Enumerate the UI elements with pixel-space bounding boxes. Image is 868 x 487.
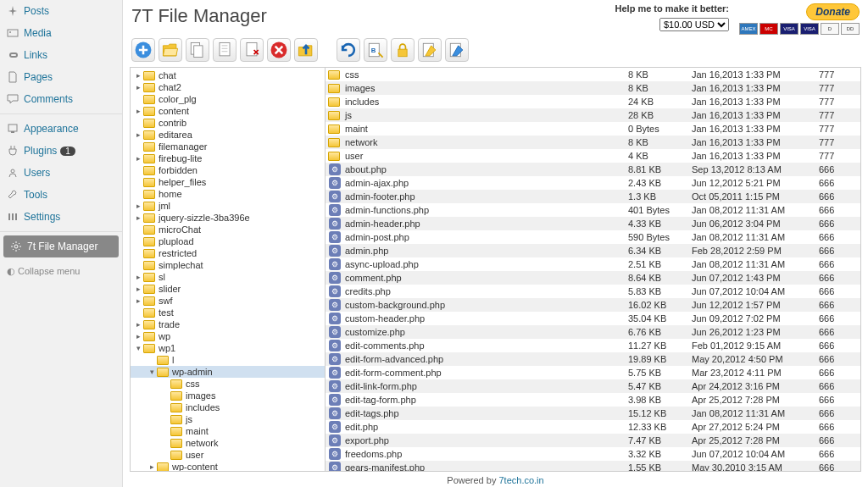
file-row[interactable]: admin-footer.php1.3 KBOct 05,2011 1:15 P… (326, 190, 860, 203)
sidebar-item-7t-file-manager[interactable]: 7t File Manager (3, 235, 119, 257)
sidebar-item-appearance[interactable]: Appearance (0, 118, 122, 140)
tree-item[interactable]: ▸wp-content (131, 461, 325, 471)
file-row[interactable]: admin-ajax.php2.43 KBJun 12,2012 5:21 PM… (326, 176, 860, 190)
toolbar-edit2-button[interactable] (445, 38, 469, 62)
file-row[interactable]: edit-tag-form.php3.98 KBApr 25,2012 7:28… (326, 393, 860, 407)
sidebar-item-plugins[interactable]: Plugins1 (0, 140, 122, 162)
tree-item[interactable]: js (131, 413, 325, 425)
tree-item[interactable]: forbidden (131, 164, 325, 176)
tree-item[interactable]: color_plg (131, 93, 325, 105)
file-row[interactable]: maint0 BytesJan 16,2013 1:33 PM777 (326, 122, 860, 136)
tree-item[interactable]: ▸content (131, 105, 325, 117)
file-row[interactable]: admin-functions.php401 BytesJan 08,2012 … (326, 203, 860, 217)
file-row[interactable]: comment.php8.64 KBJun 07,2012 1:43 PM666 (326, 271, 860, 285)
file-row[interactable]: export.php7.47 KBApr 25,2012 7:28 PM666 (326, 434, 860, 447)
file-list[interactable]: css8 KBJan 16,2013 1:33 PM777images8 KBJ… (326, 68, 860, 471)
tree-item[interactable]: includes (131, 401, 325, 413)
tree-item[interactable]: maint (131, 425, 325, 437)
file-row[interactable]: js28 KBJan 16,2013 1:33 PM777 (326, 108, 860, 122)
tree-item[interactable]: filemanager (131, 141, 325, 152)
tree-item[interactable]: network (131, 437, 325, 449)
donate-amount-select[interactable]: $10.00 USD (659, 18, 729, 31)
sidebar-item-pages[interactable]: Pages (0, 66, 122, 88)
file-row[interactable]: edit-form-comment.php5.75 KBMar 23,2012 … (326, 366, 860, 379)
expand-arrow-icon[interactable]: ▸ (134, 320, 142, 329)
tree-item[interactable]: microChat (131, 224, 325, 235)
footer-link[interactable]: 7tech.co.in (498, 475, 543, 485)
expand-arrow-icon[interactable]: ▸ (134, 213, 142, 222)
toolbar-rename-button[interactable]: B (364, 38, 387, 62)
file-row[interactable]: edit-form-advanced.php19.89 KBMay 20,201… (326, 352, 860, 366)
file-row[interactable]: images8 KBJan 16,2013 1:33 PM777 (326, 81, 860, 95)
tree-item[interactable]: ▾wp1 (131, 342, 325, 354)
tree-item[interactable]: ▸chat2 (131, 81, 325, 93)
tree-item[interactable]: ▸sl (131, 271, 325, 283)
file-row[interactable]: gears-manifest.php1.55 KBMay 30,2010 3:1… (326, 461, 860, 471)
file-row[interactable]: edit-tags.php15.12 KBJan 08,2012 11:31 A… (326, 407, 860, 420)
toolbar-perm-button[interactable] (391, 38, 415, 62)
file-row[interactable]: about.php8.81 KBSep 13,2012 8:13 AM666 (326, 163, 860, 176)
file-row[interactable]: edit-link-form.php5.47 KBApr 24,2012 3:1… (326, 379, 860, 393)
tree-item[interactable]: ▸chat (131, 69, 325, 81)
file-row[interactable]: freedoms.php3.32 KBJun 07,2012 10:04 AM6… (326, 447, 860, 461)
file-row[interactable]: async-upload.php2.51 KBJan 08,2012 11:31… (326, 257, 860, 271)
file-row[interactable]: custom-header.php35.04 KBJun 09,2012 7:0… (326, 312, 860, 325)
tree-item[interactable]: ▸jquery-sizzle-3ba396e (131, 212, 325, 224)
expand-arrow-icon[interactable]: ▸ (134, 107, 142, 115)
expand-arrow-icon[interactable]: ▸ (134, 154, 142, 163)
tree-item[interactable]: restricted (131, 247, 325, 259)
toolbar-delete-button[interactable] (267, 38, 291, 62)
sidebar-item-media[interactable]: Media (0, 22, 122, 44)
file-row[interactable]: user4 KBJan 16,2013 1:33 PM777 (326, 149, 860, 163)
file-row[interactable]: network8 KBJan 16,2013 1:33 PM777 (326, 136, 860, 149)
expand-arrow-icon[interactable]: ▸ (134, 285, 142, 293)
file-row[interactable]: includes24 KBJan 16,2013 1:33 PM777 (326, 95, 860, 108)
expand-arrow-icon[interactable]: ▸ (134, 296, 142, 305)
expand-arrow-icon[interactable]: ▸ (134, 273, 142, 281)
toolbar-new-button[interactable] (131, 38, 155, 62)
tree-item[interactable]: css (131, 378, 325, 390)
tree-item[interactable]: ▸slider (131, 283, 325, 295)
file-row[interactable]: admin-header.php4.33 KBJun 06,2012 3:04 … (326, 217, 860, 230)
file-row[interactable]: custom-background.php16.02 KBJun 12,2012… (326, 298, 860, 312)
toolbar-paste-button[interactable] (240, 38, 264, 62)
tree-item[interactable]: simplechat (131, 259, 325, 271)
file-row[interactable]: edit-comments.php11.27 KBFeb 01,2012 9:1… (326, 339, 860, 352)
sidebar-item-links[interactable]: Links (0, 44, 122, 66)
sidebar-item-tools[interactable]: Tools (0, 184, 122, 206)
expand-arrow-icon[interactable]: ▸ (134, 332, 142, 340)
tree-item[interactable]: images (131, 390, 325, 401)
toolbar-upload-button[interactable] (294, 38, 318, 62)
toolbar-cut-button[interactable] (213, 38, 236, 62)
sidebar-item-comments[interactable]: Comments (0, 88, 122, 110)
toolbar-copy-button[interactable] (186, 38, 209, 62)
sidebar-item-posts[interactable]: Posts (0, 0, 122, 22)
file-row[interactable]: admin-post.php590 BytesJan 08,2012 11:31… (326, 230, 860, 244)
collapse-menu[interactable]: ◐ Collapse menu (0, 259, 122, 284)
tree-item[interactable]: ▾wp-admin (131, 366, 325, 378)
tree-item[interactable]: ▸swf (131, 295, 325, 307)
folder-tree[interactable]: ▸chat▸chat2color_plg▸contentcontrib▸edit… (131, 68, 326, 471)
file-row[interactable]: admin.php6.34 KBFeb 28,2012 2:59 PM666 (326, 244, 860, 257)
tree-item[interactable]: ▸trade (131, 318, 325, 330)
tree-item[interactable]: helper_files (131, 176, 325, 188)
toolbar-open-button[interactable] (159, 38, 182, 62)
file-row[interactable]: edit.php12.33 KBApr 27,2012 5:24 PM666 (326, 420, 860, 434)
sidebar-item-users[interactable]: Users (0, 162, 122, 184)
tree-item[interactable]: plupload (131, 235, 325, 247)
toolbar-edit1-button[interactable] (418, 38, 442, 62)
tree-item[interactable]: contrib (131, 117, 325, 129)
tree-item[interactable]: home (131, 188, 325, 200)
toolbar-refresh-button[interactable] (337, 38, 360, 62)
expand-arrow-icon[interactable]: ▸ (134, 71, 142, 80)
expand-arrow-icon[interactable]: ▸ (134, 130, 142, 139)
tree-item[interactable]: ▸editarea (131, 129, 325, 141)
tree-item[interactable]: l (131, 354, 325, 366)
tree-item[interactable]: ▸jml (131, 200, 325, 212)
tree-item[interactable]: user (131, 449, 325, 461)
expand-arrow-icon[interactable]: ▸ (147, 462, 156, 471)
file-row[interactable]: customize.php6.76 KBJun 26,2012 1:23 PM6… (326, 325, 860, 339)
file-row[interactable]: css8 KBJan 16,2013 1:33 PM777 (326, 68, 860, 81)
expand-arrow-icon[interactable]: ▾ (134, 344, 142, 352)
donate-button[interactable]: Donate (806, 3, 860, 20)
